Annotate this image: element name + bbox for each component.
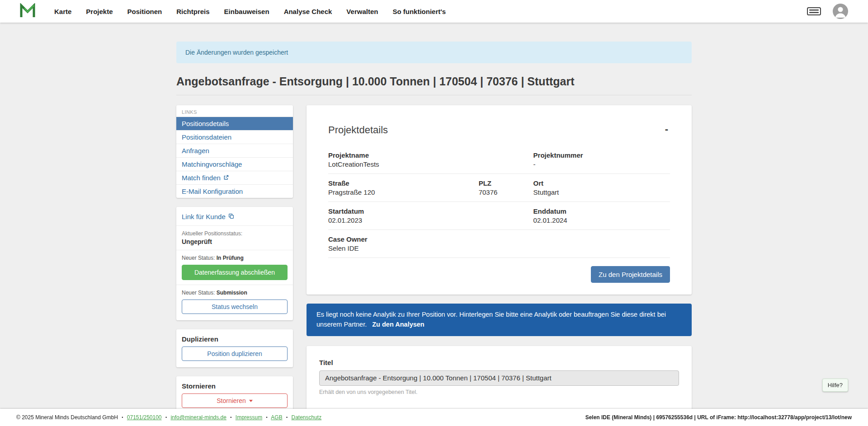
mineral-minds-logo-icon bbox=[20, 3, 35, 19]
nav-item-karte[interactable]: Karte bbox=[54, 8, 71, 15]
sidebar-item-matchingvorschlaege[interactable]: Matchingvorschläge bbox=[176, 157, 293, 171]
cancel-title: Stornieren bbox=[182, 382, 288, 390]
project-details-card: Projektdetails - Projektname LotCreation… bbox=[307, 105, 692, 295]
projektname-value: LotCreationTests bbox=[328, 160, 533, 168]
copyright-text: © 2025 Mineral Minds Deutschland GmbH bbox=[16, 414, 118, 421]
success-alert: Die Änderungen wurden gespeichert bbox=[176, 42, 692, 63]
links-card: LINKS Positionsdetails Positionsdateien … bbox=[176, 105, 293, 198]
titel-input bbox=[319, 370, 679, 386]
new-status-line-1: Neuer Status: In Prüfung bbox=[182, 255, 288, 261]
strasse-value: Pragstraße 120 bbox=[328, 188, 479, 196]
enddatum-label: Enddatum bbox=[533, 207, 670, 215]
startdatum-label: Startdatum bbox=[328, 207, 533, 215]
footer-user: Selen IDE (Mineral Minds) bbox=[585, 414, 652, 421]
enddatum-value: 02.01.2024 bbox=[533, 216, 670, 224]
collapse-button[interactable]: - bbox=[663, 124, 670, 134]
nav-item-einbauweisen[interactable]: Einbauweisen bbox=[224, 8, 269, 15]
duplicate-position-button[interactable]: Position duplizieren bbox=[182, 346, 288, 361]
sidebar-item-positionsdetails[interactable]: Positionsdetails bbox=[176, 117, 293, 130]
nav-item-projekte[interactable]: Projekte bbox=[86, 8, 113, 15]
page-container: Die Änderungen wurden gespeichert Angebo… bbox=[176, 42, 692, 426]
nav-item-analyse-check[interactable]: Analyse Check bbox=[284, 8, 332, 15]
project-row-address: Straße Pragstraße 120 PLZ 70376 Ort Stut… bbox=[328, 174, 670, 202]
status-card: Link für Kunde Aktueller Positionsstatus… bbox=[176, 207, 293, 320]
footer-link-email[interactable]: info@mineral-minds.de bbox=[170, 414, 226, 421]
current-status-label: Aktueller Positionsstatus: bbox=[182, 230, 288, 237]
project-row-owner: Case Owner Selen IDE bbox=[328, 230, 670, 258]
nav-menu: Karte Projekte Positionen Richtpreis Ein… bbox=[54, 8, 446, 15]
footer-link-agb[interactable]: AGB bbox=[271, 414, 282, 421]
change-status-button[interactable]: Status wechseln bbox=[182, 300, 288, 314]
project-row-dates: Startdatum 02.01.2023 Enddatum 02.01.202… bbox=[328, 202, 670, 230]
strasse-label: Straße bbox=[328, 179, 479, 187]
ort-value: Stuttgart bbox=[533, 188, 670, 196]
nav-item-richtpreis[interactable]: Richtpreis bbox=[176, 8, 209, 15]
new-status-line-2: Neuer Status: Submission bbox=[182, 290, 288, 296]
links-header: LINKS bbox=[176, 105, 293, 117]
projektnummer-label: Projektnummer bbox=[533, 151, 670, 159]
brand-logo[interactable] bbox=[20, 3, 35, 19]
ort-label: Ort bbox=[533, 179, 670, 187]
startdatum-value: 02.01.2023 bbox=[328, 216, 533, 224]
customer-link[interactable]: Link für Kunde bbox=[182, 213, 234, 220]
footer-link-impressum[interactable]: Impressum bbox=[236, 414, 262, 421]
footer-session: | 69576255536d | URL of iFrame: http://l… bbox=[653, 414, 852, 421]
duplicate-card: Duplizieren Position duplizieren bbox=[176, 329, 293, 367]
nav-item-so-funktionierts[interactable]: So funktioniert's bbox=[392, 8, 446, 15]
server-icon[interactable] bbox=[807, 7, 821, 15]
footer-link-phone[interactable]: 07151/250100 bbox=[127, 414, 162, 421]
page-title: Angebotsanfrage - Entsorgung | 10.000 To… bbox=[176, 75, 692, 95]
analytics-banner-text: Es liegt noch keine Analytik zu Ihrer Po… bbox=[316, 311, 666, 328]
titel-label: Titel bbox=[319, 359, 679, 366]
plz-value: 70376 bbox=[479, 188, 533, 196]
avatar[interactable] bbox=[833, 4, 848, 19]
user-icon bbox=[833, 4, 848, 19]
main-content: Projektdetails - Projektname LotCreation… bbox=[307, 105, 692, 426]
plz-label: PLZ bbox=[479, 179, 533, 187]
analytics-link[interactable]: Zu den Analysen bbox=[372, 321, 424, 328]
footer: © 2025 Mineral Minds Deutschland GmbH • … bbox=[0, 409, 868, 426]
titel-help: Erhält den von uns vorgegebenen Titel. bbox=[319, 389, 679, 395]
sidebar-item-email-konfiguration[interactable]: E-Mail Konfiguration bbox=[176, 184, 293, 198]
caret-down-icon bbox=[249, 400, 253, 402]
copy-icon bbox=[228, 213, 234, 220]
footer-link-datenschutz[interactable]: Datenschutz bbox=[292, 414, 322, 421]
navbar-actions bbox=[807, 4, 848, 19]
sidebar: LINKS Positionsdetails Positionsdateien … bbox=[176, 105, 293, 414]
external-link-icon bbox=[223, 174, 229, 182]
projektnummer-value: - bbox=[533, 160, 670, 168]
current-status-value: Ungeprüft bbox=[182, 238, 288, 245]
complete-data-entry-button[interactable]: Datenerfassung abschließen bbox=[182, 265, 288, 280]
footer-left: © 2025 Mineral Minds Deutschland GmbH • … bbox=[16, 414, 321, 421]
cancel-dropdown-button[interactable]: Stornieren bbox=[182, 393, 288, 408]
case-owner-label: Case Owner bbox=[328, 235, 670, 243]
case-owner-value: Selen IDE bbox=[328, 244, 670, 252]
sidebar-item-positionsdateien[interactable]: Positionsdateien bbox=[176, 130, 293, 144]
footer-session-info: Selen IDE (Mineral Minds) | 69576255536d… bbox=[585, 414, 852, 421]
project-details-title: Projektdetails bbox=[328, 124, 388, 136]
analytics-banner: Es liegt noch keine Analytik zu Ihrer Po… bbox=[307, 304, 692, 336]
alert-text: Die Änderungen wurden gespeichert bbox=[185, 49, 288, 56]
top-navbar: Karte Projekte Positionen Richtpreis Ein… bbox=[0, 0, 868, 23]
project-row-name: Projektname LotCreationTests Projektnumm… bbox=[328, 146, 670, 174]
projektname-label: Projektname bbox=[328, 151, 533, 159]
nav-item-verwalten[interactable]: Verwalten bbox=[346, 8, 378, 15]
sidebar-item-anfragen[interactable]: Anfragen bbox=[176, 144, 293, 157]
go-to-project-details-button[interactable]: Zu den Projektdetails bbox=[591, 266, 670, 283]
nav-item-positionen[interactable]: Positionen bbox=[127, 8, 162, 15]
sidebar-item-match-finden[interactable]: Match finden bbox=[176, 171, 293, 184]
duplicate-title: Duplizieren bbox=[182, 335, 288, 343]
help-button[interactable]: Hilfe? bbox=[822, 379, 848, 392]
